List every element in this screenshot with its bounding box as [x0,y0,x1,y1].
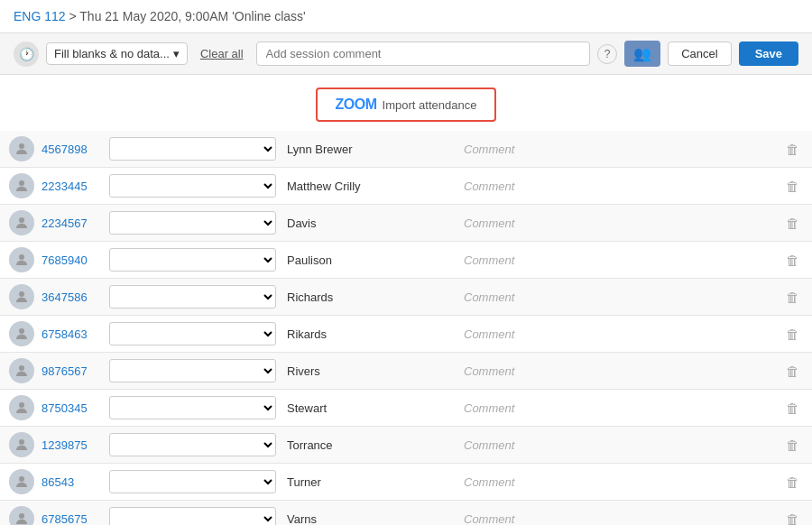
avatar [9,136,34,161]
add-user-icon: 👥 [633,45,651,62]
svg-point-5 [19,328,24,334]
zoom-import-button[interactable]: ZOOM Import attendance [316,88,497,122]
attendance-select[interactable]: Present Absent Late Excused [109,359,276,382]
comment-field[interactable]: Comment [464,253,782,267]
help-icon[interactable]: ? [597,44,617,64]
svg-point-4 [19,291,24,297]
svg-point-3 [19,254,24,260]
session-title: Thu 21 May 2020, 9:00AM 'Online class' [79,9,305,23]
fill-blanks-select[interactable]: Fill blanks & no data... ▾ [46,42,188,65]
comment-field[interactable]: Comment [464,143,782,156]
student-name: Rikards [283,327,464,341]
delete-button[interactable]: 🗑 [782,216,803,231]
comment-field[interactable]: Comment [464,364,782,378]
student-name: Varns [283,512,464,526]
avatar [9,210,34,235]
comment-field[interactable]: Comment [464,401,782,415]
student-name: Rivers [283,364,464,378]
attendance-select[interactable]: Present Absent Late Excused [109,248,276,272]
student-name: Richards [283,290,464,304]
table-row: 3647586 Present Absent Late Excused Rich… [0,279,812,316]
svg-point-1 [19,180,24,186]
attendance-select[interactable]: Present Absent Late Excused [109,470,276,493]
student-name: Turner [283,475,464,489]
attendance-select[interactable]: Present Absent Late Excused [109,396,276,419]
attendance-select[interactable]: Present Absent Late Excused [109,137,276,161]
svg-point-7 [19,402,24,408]
student-id-link[interactable]: 6785675 [42,512,109,526]
student-id-link[interactable]: 2234567 [42,216,109,230]
avatar [9,247,34,272]
comment-field[interactable]: Comment [464,216,782,230]
student-name: Davis [283,216,464,230]
delete-button[interactable]: 🗑 [782,364,803,379]
table-row: 4567898 Present Absent Late Excused Lynn… [0,131,812,168]
student-id-link[interactable]: 8750345 [42,401,109,415]
svg-point-8 [19,439,24,445]
attendance-select[interactable]: Present Absent Late Excused [109,174,276,198]
zoom-import-section: ZOOM Import attendance [0,75,812,131]
student-id-link[interactable]: 2233445 [42,180,109,193]
student-name: Torrance [283,438,464,452]
student-id-link[interactable]: 3647586 [42,290,109,304]
attendance-select[interactable]: Present Absent Late Excused [109,433,276,456]
student-id-link[interactable]: 7685940 [42,253,109,267]
student-name: Matthew Crilly [283,180,464,193]
avatar [9,395,34,420]
student-id-link[interactable]: 1239875 [42,438,109,452]
attendance-select[interactable]: Present Absent Late Excused [109,211,276,235]
comment-field[interactable]: Comment [464,180,782,193]
delete-button[interactable]: 🗑 [782,474,803,490]
table-row: 8750345 Present Absent Late Excused Stew… [0,390,812,427]
zoom-import-label: Import attendance [383,98,477,112]
session-comment-input[interactable] [256,41,591,66]
delete-button[interactable]: 🗑 [782,511,803,526]
delete-button[interactable]: 🗑 [782,290,803,305]
delete-button[interactable]: 🗑 [782,179,803,194]
delete-button[interactable]: 🗑 [782,401,803,416]
avatar [9,284,34,309]
avatar [9,321,34,346]
attendance-select[interactable]: Present Absent Late Excused [109,322,276,345]
comment-field[interactable]: Comment [464,512,782,526]
student-id-link[interactable]: 4567898 [42,143,109,156]
table-row: 9876567 Present Absent Late Excused Rive… [0,353,812,390]
student-id-link[interactable]: 6758463 [42,327,109,341]
add-user-button[interactable]: 👥 [624,41,660,67]
avatar [9,506,34,525]
delete-button[interactable]: 🗑 [782,327,803,342]
student-id-link[interactable]: 86543 [42,475,109,489]
course-link[interactable]: ENG 112 [14,9,66,23]
clear-all-button[interactable]: Clear all [195,43,249,64]
table-row: 6758463 Present Absent Late Excused Rika… [0,316,812,353]
delete-button[interactable]: 🗑 [782,438,803,453]
breadcrumb-separator: > [66,9,80,23]
table-row: 6785675 Present Absent Late Excused Varn… [0,501,812,525]
attendance-select[interactable]: Present Absent Late Excused [109,507,276,525]
chevron-down-icon: ▾ [173,47,180,60]
attendance-select[interactable]: Present Absent Late Excused [109,285,276,309]
clock-icon: 🕐 [14,41,39,67]
table-row: 1239875 Present Absent Late Excused Torr… [0,427,812,464]
svg-point-2 [19,217,24,223]
student-id-link[interactable]: 9876567 [42,364,109,378]
save-button[interactable]: Save [739,41,798,66]
svg-point-10 [19,513,24,519]
fill-select-label: Fill blanks & no data... [54,47,170,60]
comment-field[interactable]: Comment [464,290,782,304]
delete-button[interactable]: 🗑 [782,253,803,268]
delete-button[interactable]: 🗑 [782,142,803,157]
comment-field[interactable]: Comment [464,438,782,452]
student-name: Lynn Brewer [283,143,464,156]
svg-point-9 [19,476,24,482]
toolbar: 🕐 Fill blanks & no data... ▾ Clear all ?… [0,32,812,75]
avatar [9,469,34,494]
breadcrumb: ENG 112 > Thu 21 May 2020, 9:00AM 'Onlin… [0,0,812,32]
comment-field[interactable]: Comment [464,475,782,489]
table-row: 86543 Present Absent Late Excused Turner… [0,464,812,501]
cancel-button[interactable]: Cancel [668,41,731,66]
student-name: Stewart [283,401,464,415]
comment-field[interactable]: Comment [464,327,782,341]
table-row: 2233445 Present Absent Late Excused Matt… [0,168,812,205]
table-row: 2234567 Present Absent Late Excused Davi… [0,205,812,242]
